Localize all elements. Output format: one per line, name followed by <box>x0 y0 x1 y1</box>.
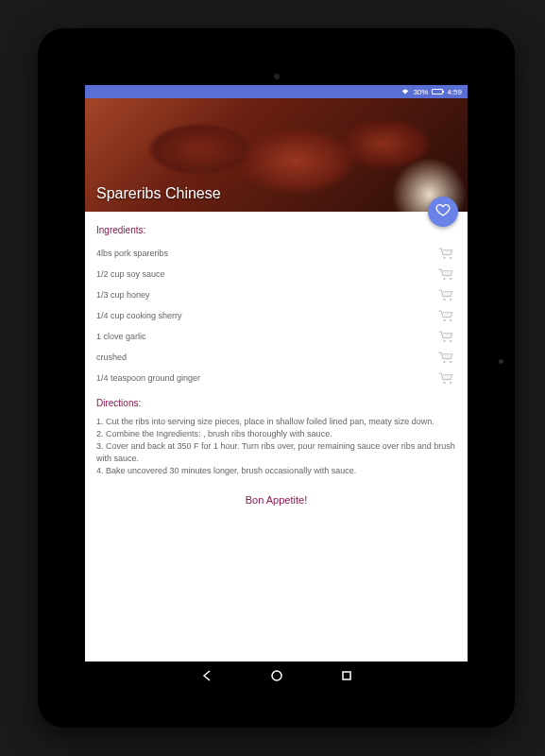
svg-point-2 <box>443 278 445 280</box>
ingredient-text: 1/3 cup honey <box>96 290 150 300</box>
svg-point-1 <box>450 257 451 259</box>
ingredient-row: 1 clove garlic <box>96 326 456 347</box>
screen: 30% 4:59 Spareribs Chinese Ingredients: … <box>85 85 468 690</box>
svg-point-10 <box>443 361 445 363</box>
cart-icon[interactable] <box>437 371 456 385</box>
directions-heading: Directions: <box>96 398 456 408</box>
cart-icon[interactable] <box>437 309 456 322</box>
directions-text: 1. Cut the ribs into serving size pieces… <box>96 416 456 477</box>
battery-pct: 30% <box>413 88 428 96</box>
ingredient-row: 1/4 teaspoon ground ginger <box>96 368 456 388</box>
ingredient-text: 1/4 cup cooking sherry <box>96 311 182 320</box>
ingredient-row: crushed <box>96 347 456 368</box>
ingredient-text: crushed <box>96 352 127 362</box>
content-scroll[interactable]: Ingredients: 4lbs pork spareribs 1/2 cup… <box>85 212 468 662</box>
svg-point-6 <box>443 319 445 321</box>
svg-point-11 <box>450 361 451 363</box>
cart-icon[interactable] <box>437 288 456 301</box>
status-bar: 30% 4:59 <box>85 85 468 98</box>
ingredient-text: 4lbs pork spareribs <box>96 249 168 258</box>
svg-point-8 <box>443 340 445 342</box>
svg-rect-15 <box>343 672 350 679</box>
svg-point-5 <box>450 299 451 301</box>
page-title: Spareribs Chinese <box>85 176 232 212</box>
svg-point-13 <box>450 382 451 384</box>
ingredients-heading: Ingredients: <box>96 225 456 235</box>
svg-point-14 <box>272 671 281 680</box>
ingredient-row: 4lbs pork spareribs <box>96 243 456 264</box>
ingredient-row: 1/3 cup honey <box>96 284 456 305</box>
cart-icon[interactable] <box>437 330 456 343</box>
favorite-button[interactable] <box>428 197 458 227</box>
heart-icon <box>435 202 451 221</box>
nav-back-button[interactable] <box>200 669 213 682</box>
svg-point-9 <box>450 340 451 342</box>
svg-point-12 <box>443 382 445 384</box>
android-nav-bar <box>85 662 468 690</box>
hero-image: Spareribs Chinese <box>85 98 468 212</box>
ingredient-row: 1/2 cup soy sauce <box>96 264 456 284</box>
ingredient-text: 1/4 teaspoon ground ginger <box>96 373 200 383</box>
battery-icon <box>432 89 443 94</box>
footer-message: Bon Appetite! <box>96 494 456 506</box>
tablet-frame: 30% 4:59 Spareribs Chinese Ingredients: … <box>38 28 515 728</box>
nav-home-button[interactable] <box>270 669 283 682</box>
svg-point-0 <box>443 257 445 259</box>
nav-recent-button[interactable] <box>340 669 353 682</box>
status-time: 4:59 <box>447 88 462 96</box>
svg-point-3 <box>450 278 451 280</box>
status-icons: 30% 4:59 <box>401 88 462 96</box>
ingredient-text: 1/2 cup soy sauce <box>96 269 165 279</box>
svg-point-4 <box>443 299 445 301</box>
ingredient-row: 1/4 cup cooking sherry <box>96 305 456 326</box>
cart-icon[interactable] <box>437 267 456 281</box>
power-button[interactable] <box>499 359 503 364</box>
ingredient-text: 1 clove garlic <box>96 332 146 341</box>
cart-icon[interactable] <box>437 247 456 260</box>
svg-point-7 <box>450 319 451 321</box>
front-camera <box>274 74 280 79</box>
cart-icon[interactable] <box>437 351 456 364</box>
wifi-icon <box>401 88 409 95</box>
